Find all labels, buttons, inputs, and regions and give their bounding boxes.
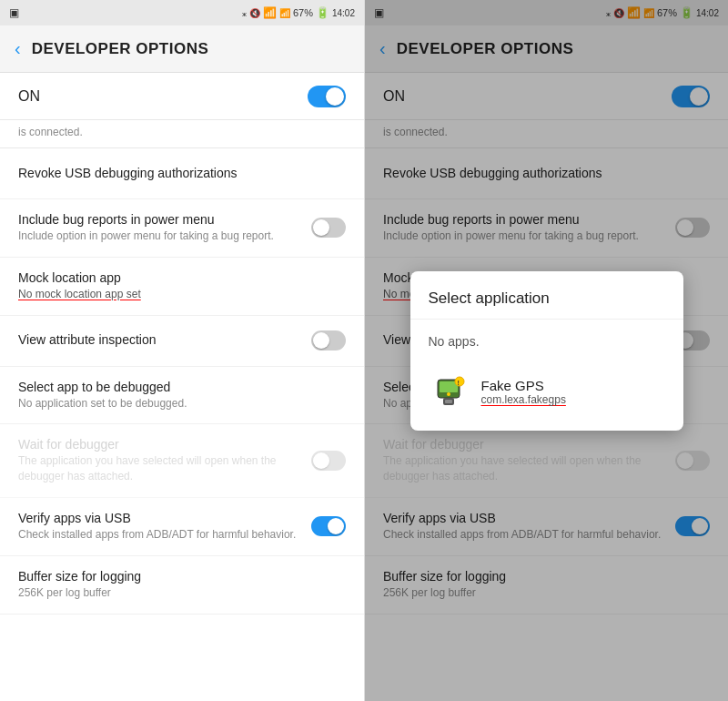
settings-item-content-7: Buffer size for logging256K per log buff… — [18, 569, 346, 601]
item-title-0: Revoke USB debugging authorizations — [18, 166, 346, 180]
settings-item-content-2: Mock location appNo mock location app se… — [18, 270, 346, 302]
wifi-icon: 📶 — [263, 6, 277, 19]
status-left-icons: ▣ — [9, 6, 19, 19]
dialog-app-item-0[interactable]: ! Fake GPScom.lexa.fakegps — [410, 363, 683, 422]
settings-item-2[interactable]: Mock location appNo mock location app se… — [0, 258, 364, 316]
item-title-3: View attribute inspection — [18, 332, 302, 347]
battery-percent: 67% — [293, 7, 313, 18]
bluetooth-icon: ⁎ — [242, 8, 247, 18]
item-title-1: Include bug reports in power menu — [18, 212, 302, 227]
app-name-0: Fake GPS — [481, 378, 566, 393]
settings-item-4[interactable]: Select app to be debuggedNo application … — [0, 367, 364, 425]
item-toggle-3[interactable] — [311, 330, 346, 350]
toggle-small-knob-5 — [313, 452, 329, 469]
item-title-6: Verify apps via USB — [18, 511, 302, 525]
settings-item-6[interactable]: Verify apps via USBCheck installed apps … — [0, 498, 364, 556]
svg-text:!: ! — [457, 379, 459, 385]
dialog-overlay[interactable]: Select applicationNo apps. ! Fake GPScom… — [365, 0, 728, 701]
on-label: ON — [18, 88, 40, 105]
clock: 14:02 — [332, 8, 355, 18]
settings-item-0[interactable]: Revoke USB debugging authorizations — [0, 148, 364, 199]
on-toggle[interactable] — [308, 86, 346, 107]
signal-icon: 📶 — [279, 8, 290, 18]
item-subtitle-2: No mock location app set — [18, 287, 346, 302]
item-title-7: Buffer size for logging — [18, 569, 346, 584]
item-subtitle-5: The application you have selected will o… — [18, 453, 302, 484]
item-toggle-5 — [311, 451, 346, 471]
toggle-knob — [326, 87, 344, 106]
settings-item-7[interactable]: Buffer size for logging256K per log buff… — [0, 556, 364, 615]
toggle-small-knob-3 — [313, 332, 329, 349]
svg-point-2 — [447, 392, 450, 396]
mute-icon: 🔇 — [249, 8, 260, 18]
back-button[interactable]: ‹ — [15, 38, 21, 59]
svg-rect-4 — [445, 400, 452, 403]
settings-item-5[interactable]: Wait for debuggerThe application you hav… — [0, 424, 364, 498]
item-toggle-6[interactable] — [311, 516, 346, 536]
panel-left: ▣ ⁎ 🔇 📶 📶 67% 🔋 14:02 ‹ DEVELOPER OPTION… — [0, 0, 364, 701]
settings-item-content-4: Select app to be debuggedNo application … — [18, 380, 346, 411]
settings-item-content-0: Revoke USB debugging authorizations — [18, 166, 346, 182]
battery-icon: 🔋 — [316, 6, 329, 19]
dialog-title: Select application — [410, 290, 683, 320]
settings-item-content-1: Include bug reports in power menuInclude… — [18, 212, 302, 244]
item-title-2: Mock location app — [18, 270, 346, 285]
item-subtitle-6: Check installed apps from ADB/ADT for ha… — [18, 527, 302, 543]
app-package-0: com.lexa.fakegps — [481, 393, 566, 406]
settings-item-3[interactable]: View attribute inspection — [0, 316, 364, 367]
toggle-small-knob-1 — [313, 219, 329, 236]
dialog-no-apps-text: No apps. — [410, 327, 683, 363]
toggle-small-knob-6 — [328, 518, 344, 534]
item-toggle-1[interactable] — [311, 218, 346, 238]
app-icon-0: ! — [429, 372, 469, 412]
connected-text: is connected. — [0, 120, 364, 148]
settings-item-1[interactable]: Include bug reports in power menuInclude… — [0, 199, 364, 258]
item-subtitle-7: 256K per log buffer — [18, 585, 346, 601]
status-right-icons: ⁎ 🔇 📶 📶 67% 🔋 14:02 — [242, 6, 355, 19]
select-application-dialog: Select applicationNo apps. ! Fake GPScom… — [410, 271, 683, 431]
item-subtitle-4: No application set to be debugged. — [18, 396, 346, 411]
settings-item-content-3: View attribute inspection — [18, 332, 302, 349]
status-bar: ▣ ⁎ 🔇 📶 📶 67% 🔋 14:02 — [0, 0, 364, 25]
notification-icon: ▣ — [9, 6, 19, 19]
app-info-0: Fake GPScom.lexa.fakegps — [481, 378, 566, 406]
settings-list: Revoke USB debugging authorizationsInclu… — [0, 148, 364, 701]
panel-right: ▣ ⁎ 🔇 📶 📶 67% 🔋 14:02 ‹ DEVELOPER OPTION… — [364, 0, 728, 701]
app-header: ‹ DEVELOPER OPTIONS — [0, 25, 364, 73]
app-icon-svg-0: ! — [430, 374, 467, 411]
settings-item-content-6: Verify apps via USBCheck installed apps … — [18, 511, 302, 543]
item-title-4: Select app to be debugged — [18, 380, 346, 394]
settings-item-content-5: Wait for debuggerThe application you hav… — [18, 437, 302, 484]
item-subtitle-1: Include option in power menu for taking … — [18, 229, 302, 244]
on-toggle-row: ON — [0, 73, 364, 120]
header-title: DEVELOPER OPTIONS — [32, 40, 209, 58]
svg-point-5 — [455, 377, 464, 386]
item-title-5: Wait for debugger — [18, 437, 302, 452]
